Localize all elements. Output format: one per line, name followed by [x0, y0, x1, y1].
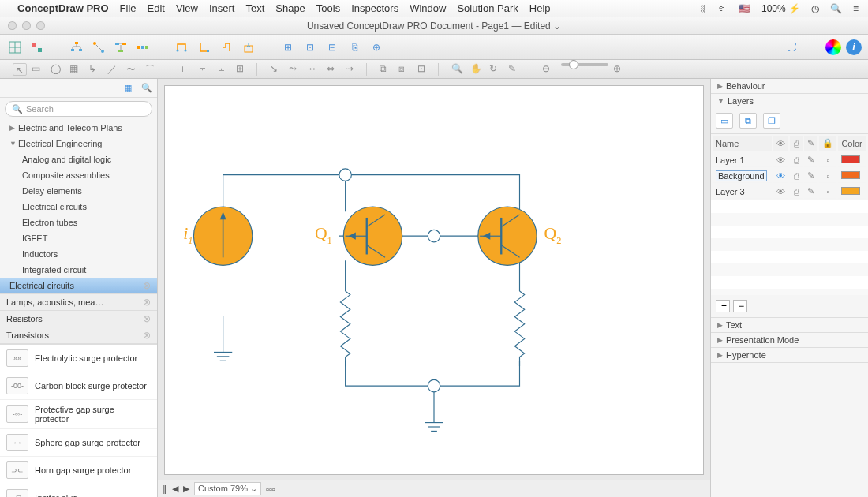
tree-category[interactable]: ▶Electric and Telecom Plans [0, 120, 157, 136]
tree-item[interactable]: IGFET [0, 230, 157, 246]
open-stencil[interactable]: Resistors⊗ [0, 311, 157, 327]
export-tool-icon[interactable] [240, 39, 257, 56]
section-layers[interactable]: ▼Layers [711, 94, 868, 108]
shape-tool-icon[interactable] [28, 39, 46, 56]
layer-row[interactable]: Background👁⎙✎▫ [713, 169, 866, 183]
col-lock2-icon[interactable]: 🔒 [819, 136, 836, 151]
grid-tool-icon[interactable] [6, 39, 24, 56]
flag-icon[interactable]: 🇺🇸 [739, 3, 750, 14]
next-page-icon[interactable]: ▶ [183, 484, 189, 494]
color-wheel-icon[interactable] [825, 39, 841, 55]
pointer-tool-icon[interactable]: ↖ [13, 63, 27, 76]
color-swatch[interactable] [841, 155, 860, 163]
arc-tool-icon[interactable]: ⌒ [145, 63, 159, 76]
shape-item[interactable]: »»Electrolytic surge protector [0, 345, 157, 372]
shape-item[interactable]: -00-Carbon block surge protector [0, 372, 157, 400]
route3-tool-icon[interactable] [218, 39, 235, 56]
tool-icon[interactable]: ⊡ [301, 39, 319, 56]
shape-item[interactable]: ⊃⊂Horn gap surge protector [0, 457, 157, 484]
arrow-tool-icon[interactable]: ⇔ [327, 63, 341, 76]
tree-category[interactable]: ▼Electrical Engineering [0, 136, 157, 151]
zoom-out-icon[interactable]: ⊖ [542, 63, 556, 76]
traffic-lights[interactable] [8, 21, 45, 30]
tree-item[interactable]: Integrated circuit [0, 262, 157, 278]
menu-inspectors[interactable]: Inspectors [351, 2, 398, 14]
tool-icon[interactable]: ⎘ [346, 39, 363, 56]
shape-item[interactable]: ◦□Igniter plug [0, 484, 157, 497]
tree-item[interactable]: Composite assemblies [0, 167, 157, 183]
wifi-icon[interactable]: ᯤ [718, 3, 728, 14]
arrow-tool-icon[interactable]: ⤳ [289, 63, 303, 76]
zoom-selector[interactable]: Custom 79% ⌄ [194, 482, 261, 495]
add-layer-button[interactable]: + [716, 300, 730, 312]
align-tool-icon[interactable]: ⫠ [217, 63, 231, 76]
flow-tool-icon[interactable] [112, 39, 129, 56]
distribute-tool-icon[interactable]: ⊞ [236, 63, 250, 76]
lock-tool-icon[interactable]: ⊡ [417, 63, 432, 76]
menu-view[interactable]: View [176, 2, 198, 14]
tool-icon[interactable]: ⊕ [368, 39, 385, 56]
connector-tool-icon[interactable]: ↳ [88, 63, 103, 76]
section-presentation[interactable]: ▶Presentation Mode [711, 333, 868, 347]
col-lock-icon[interactable]: ✎ [804, 136, 817, 151]
layer-row[interactable]: Layer 3👁⎙✎▫ [713, 185, 866, 199]
close-icon[interactable]: ⊗ [143, 297, 151, 308]
tree-item[interactable]: Inductors [0, 246, 157, 262]
col-visible-icon[interactable]: 👁 [773, 136, 788, 151]
rotate-tool-icon[interactable]: ↻ [489, 63, 503, 76]
menu-tools[interactable]: Tools [316, 2, 340, 14]
menu-edit[interactable]: Edit [148, 2, 165, 14]
zoom-tool-icon[interactable]: 🔍 [451, 63, 466, 76]
align-tool-icon[interactable]: ⫟ [198, 63, 212, 76]
app-name[interactable]: ConceptDraw PRO [17, 2, 109, 14]
expand-tool-icon[interactable]: ⛶ [783, 39, 800, 56]
grid-view-icon[interactable]: ▦ [124, 83, 135, 94]
menu-file[interactable]: File [120, 2, 137, 14]
zoom-in-icon[interactable]: ⊕ [613, 63, 627, 76]
ungroup-tool-icon[interactable]: ⧈ [398, 63, 413, 76]
tree-item[interactable]: Electrical circuits [0, 199, 157, 215]
curve-tool-icon[interactable]: 〜 [126, 63, 140, 76]
route-tool-icon[interactable] [174, 39, 191, 56]
wifi-icon[interactable]: ⧛ [698, 3, 707, 14]
align-tool-icon[interactable]: ⫞ [179, 63, 193, 76]
zoom-slider[interactable] [561, 63, 608, 66]
info-icon[interactable]: i [846, 39, 862, 55]
tool-icon[interactable]: ⊞ [279, 39, 297, 56]
open-stencil[interactable]: Transistors⊗ [0, 327, 157, 344]
clock-icon[interactable]: ◷ [811, 3, 819, 14]
menu-shape[interactable]: Shape [275, 2, 305, 14]
tree-item[interactable]: Delay elements [0, 183, 157, 199]
remove-layer-button[interactable]: − [733, 300, 747, 312]
menu-insert[interactable]: Insert [209, 2, 235, 14]
tree-item[interactable]: Analog and digital logic [0, 151, 157, 167]
pen-tool-icon[interactable]: ✎ [508, 63, 522, 76]
menu-solution-park[interactable]: Solution Park [457, 2, 518, 14]
rect-tool-icon[interactable]: ▭ [32, 63, 46, 76]
battery-indicator[interactable]: 100% ⚡ [761, 3, 800, 14]
tree-tool-icon[interactable] [68, 39, 85, 56]
arrow-tool-icon[interactable]: ↘ [270, 63, 284, 76]
shape-item[interactable]: →←Sphere gap surge protector [0, 429, 157, 457]
group-tool-icon[interactable]: ⧉ [380, 63, 394, 76]
menu-window[interactable]: Window [410, 2, 446, 14]
line-tool-icon[interactable]: ／ [107, 63, 122, 76]
drawing-canvas[interactable]: i1 Q1 Q2 [164, 85, 704, 475]
library-search-input[interactable]: 🔍 Search [5, 101, 152, 117]
section-hypernote[interactable]: ▶Hypernote [711, 348, 868, 362]
close-icon[interactable]: ⊗ [143, 330, 151, 341]
route2-tool-icon[interactable] [196, 39, 213, 56]
close-icon[interactable]: ⊗ [143, 279, 151, 292]
list-icon[interactable]: ≡ [853, 3, 859, 14]
layer-row[interactable]: Layer 1👁⎙✎▫ [713, 153, 866, 167]
layer-mode-icon[interactable]: ▭ [716, 113, 733, 129]
pause-icon[interactable]: ‖ [163, 484, 167, 494]
shape-item[interactable]: -◦◦-Protective gap surge protector [0, 400, 157, 429]
open-stencil[interactable]: Lamps, acoustics, mea…⊗ [0, 294, 157, 311]
hand-tool-icon[interactable]: ✋ [470, 63, 485, 76]
tree-item[interactable]: Electron tubes [0, 215, 157, 230]
search-icon[interactable]: 🔍 [141, 83, 152, 94]
arrow-tool-icon[interactable]: ↔ [308, 63, 322, 76]
menu-help[interactable]: Help [529, 2, 551, 14]
open-stencil[interactable]: Electrical circuits⊗ [0, 278, 157, 294]
